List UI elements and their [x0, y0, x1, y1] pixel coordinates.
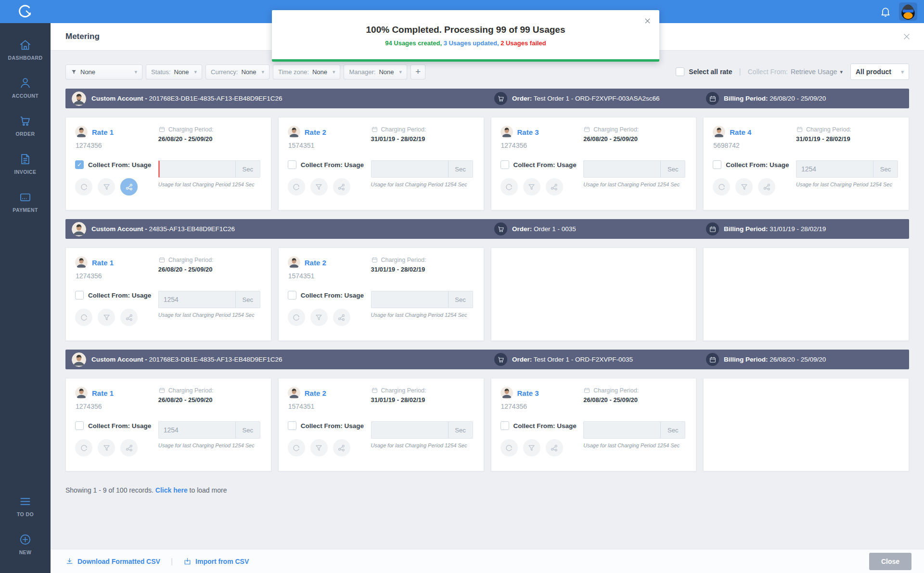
share-button[interactable] — [120, 178, 138, 195]
filter-button[interactable] — [310, 309, 328, 326]
app-logo[interactable] — [0, 0, 51, 23]
sidebar-item-order[interactable]: ORDER — [0, 112, 51, 140]
refresh-button[interactable] — [713, 178, 730, 195]
product-filter-select[interactable]: All product ▾ — [850, 64, 909, 80]
filter-button[interactable] — [523, 178, 540, 195]
load-more-link[interactable]: Click here — [155, 486, 188, 494]
filter-button[interactable] — [310, 439, 328, 456]
primary-filter-dropdown[interactable]: None ▾ — [65, 65, 142, 79]
share-button[interactable] — [333, 439, 350, 456]
refresh-button[interactable] — [288, 178, 305, 195]
modal-close-icon[interactable] — [643, 17, 652, 25]
collect-from-checkbox[interactable] — [75, 291, 84, 300]
charging-period-label: Charging Period: — [168, 126, 214, 133]
share-button[interactable] — [546, 178, 563, 195]
collect-from-usage-row[interactable]: Collect From: Usage — [288, 291, 364, 300]
usage-hint: Usage for last Charging Period 1254 Sec — [158, 312, 262, 318]
collect-from-checkbox[interactable] — [288, 160, 296, 169]
timezone-filter-value: None — [312, 68, 327, 76]
timezone-filter-dropdown[interactable]: Time zone: None ▾ — [273, 65, 340, 79]
collect-from-usage-row[interactable]: Collect From: Usage — [713, 160, 789, 169]
usage-input[interactable] — [371, 291, 448, 308]
import-csv-link[interactable]: Import from CSV — [183, 557, 249, 565]
calendar-icon — [583, 387, 590, 394]
sidebar-item-invoice[interactable]: INVOICE — [0, 150, 51, 178]
share-button[interactable] — [333, 309, 350, 326]
filter-button[interactable] — [523, 439, 540, 456]
usage-input[interactable] — [583, 421, 660, 439]
usage-input[interactable] — [158, 291, 235, 308]
currency-filter-dropdown[interactable]: Currency: None ▾ — [205, 65, 270, 79]
manager-filter-dropdown[interactable]: Manager: None ▾ — [344, 65, 407, 79]
collect-from-usage-row[interactable]: Collect From: Usage — [288, 421, 364, 430]
progress-modal: 100% Completed. Processing 99 of 99 Usag… — [272, 10, 659, 62]
add-filter-button[interactable]: + — [411, 65, 425, 79]
filter-button[interactable] — [98, 178, 115, 195]
collect-from-dropdown[interactable]: Collect From: Retrieve Usage ▾ — [748, 68, 843, 76]
rate-name-link[interactable]: Rate 1 — [92, 389, 114, 397]
collect-from-usage-row[interactable]: Collect From: Usage — [500, 160, 577, 169]
rate-avatar — [288, 256, 300, 269]
sec-unit-suffix: Sec — [235, 421, 260, 439]
usage-input[interactable] — [371, 421, 448, 439]
filter-button[interactable] — [310, 178, 328, 195]
account-section-header: Custom Account - 24835-AF13-EB48D9EF1C26… — [65, 219, 909, 239]
panel-close-icon[interactable] — [902, 32, 911, 41]
rate-name-link[interactable]: Rate 1 — [92, 259, 114, 267]
collect-from-usage-row[interactable]: Collect From: Usage — [288, 160, 364, 169]
sidebar-item-label: ORDER — [16, 131, 35, 137]
collect-from-usage-row[interactable]: ✓ Collect From: Usage — [75, 160, 151, 169]
collect-from-value: Retrieve Usage — [791, 68, 837, 76]
refresh-button[interactable] — [75, 439, 92, 456]
select-all-rate-checkbox[interactable] — [676, 67, 684, 76]
collect-from-checkbox[interactable] — [500, 160, 509, 169]
usage-input[interactable] — [371, 160, 448, 178]
collect-from-checkbox[interactable]: ✓ — [75, 160, 84, 169]
collect-from-checkbox[interactable] — [288, 421, 296, 430]
collect-from-usage-row[interactable]: Collect From: Usage — [500, 421, 577, 430]
download-csv-link[interactable]: Download Formatted CSV — [65, 557, 160, 565]
share-button[interactable] — [546, 439, 563, 456]
usage-input[interactable] — [158, 421, 235, 439]
refresh-button[interactable] — [500, 178, 518, 195]
collect-from-usage-row[interactable]: Collect From: Usage — [75, 421, 151, 430]
rate-name-link[interactable]: Rate 3 — [517, 128, 539, 136]
collect-from-usage-row[interactable]: Collect From: Usage — [75, 291, 151, 300]
refresh-button[interactable] — [75, 309, 92, 326]
usage-input[interactable] — [796, 160, 873, 178]
share-button[interactable] — [758, 178, 775, 195]
collect-from-checkbox[interactable] — [713, 160, 721, 169]
share-button[interactable] — [120, 309, 138, 326]
status-filter-dropdown[interactable]: Status: None ▾ — [146, 65, 202, 79]
refresh-button[interactable] — [288, 439, 305, 456]
close-button[interactable]: Close — [869, 553, 911, 570]
sidebar-item-todo[interactable]: TO DO — [0, 492, 51, 520]
collect-from-checkbox[interactable] — [288, 291, 296, 300]
usage-input[interactable] — [158, 160, 235, 178]
rate-cards-row: Rate 1 1274356 Charging Period: 26/08/20… — [65, 378, 909, 471]
usage-input[interactable] — [583, 160, 660, 178]
share-button[interactable] — [120, 439, 138, 456]
sec-unit-suffix: Sec — [448, 160, 473, 178]
rate-name-link[interactable]: Rate 2 — [305, 389, 326, 397]
rate-name-link[interactable]: Rate 4 — [730, 128, 751, 136]
sidebar-item-payment[interactable]: PAYMENT — [0, 188, 51, 216]
refresh-button[interactable] — [75, 178, 92, 195]
filter-button[interactable] — [98, 439, 115, 456]
share-button[interactable] — [333, 178, 350, 195]
collect-from-checkbox[interactable] — [75, 421, 84, 430]
filter-button[interactable] — [98, 309, 115, 326]
sidebar-item-new[interactable]: NEW — [0, 530, 51, 558]
rate-name-link[interactable]: Rate 2 — [305, 259, 326, 267]
refresh-button[interactable] — [288, 309, 305, 326]
rate-name-link[interactable]: Rate 3 — [517, 389, 539, 397]
notifications-bell-icon[interactable] — [880, 6, 891, 17]
user-avatar[interactable] — [899, 2, 917, 21]
rate-name-link[interactable]: Rate 1 — [92, 128, 114, 136]
collect-from-checkbox[interactable] — [500, 421, 509, 430]
refresh-button[interactable] — [500, 439, 518, 456]
rate-name-link[interactable]: Rate 2 — [305, 128, 326, 136]
sidebar-item-account[interactable]: ACCOUNT — [0, 74, 51, 102]
sidebar-item-dashboard[interactable]: DASHBOARD — [0, 36, 51, 64]
filter-button[interactable] — [735, 178, 753, 195]
